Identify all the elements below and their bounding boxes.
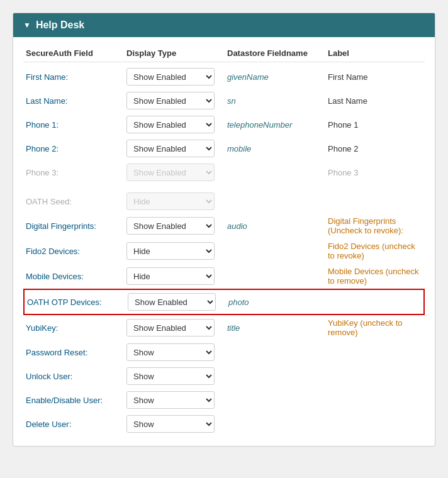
display-select-phone-1[interactable]: Show EnabledShow DisabledHide [126, 116, 215, 133]
datastore-first-name: givenName [227, 72, 328, 82]
table-row-last-name: Last Name:Show EnabledShow DisabledHides… [23, 89, 425, 113]
field-name-oath-otp-devices: OATH OTP Devices: [27, 297, 128, 307]
table-row-phone-1: Phone 1:Show EnabledShow DisabledHidetel… [23, 113, 425, 136]
rows-container: First Name:Show EnabledShow DisabledHide… [23, 65, 425, 436]
display-select-yubikey[interactable]: Show EnabledShow DisabledHide [126, 319, 215, 336]
label-first-name: First Name [328, 72, 422, 82]
label-last-name: Last Name [328, 96, 422, 106]
display-select-digital-fingerprints[interactable]: Show EnabledShow DisabledHide [126, 217, 215, 235]
display-select-phone-2[interactable]: Show EnabledShow DisabledHide [126, 140, 215, 157]
field-name-password-reset: Password Reset: [26, 348, 126, 357]
grid-header: SecureAuth Field Display Type Datastore … [23, 45, 425, 62]
table-row-phone-2: Phone 2:Show EnabledShow DisabledHidemob… [23, 136, 425, 160]
table-row-digital-fingerprints: Digital Fingerprints:Show EnabledShow Di… [23, 213, 425, 238]
panel-body: SecureAuth Field Display Type Datastore … [13, 37, 435, 446]
table-row-unlock-user: Unlock User:ShowHide [23, 364, 425, 388]
field-name-first-name: First Name: [26, 72, 126, 82]
display-select-oath-seed[interactable]: Show EnabledShow DisabledHide [126, 192, 215, 210]
field-name-fido2-devices: Fido2 Devices: [26, 247, 126, 256]
table-row-delete-user: Delete User:ShowHide [23, 412, 425, 436]
display-select-phone-3[interactable]: Show EnabledShow DisabledHide [126, 164, 215, 181]
col-header-display: Display Type [126, 48, 227, 58]
field-name-last-name: Last Name: [26, 96, 126, 106]
display-select-delete-user[interactable]: ShowHide [126, 415, 215, 433]
field-name-phone-1: Phone 1: [26, 120, 126, 130]
help-desk-panel: ▼ Help Desk SecureAuth Field Display Typ… [13, 13, 435, 447]
datastore-phone-2: mobile [227, 144, 328, 153]
display-select-oath-otp-devices[interactable]: Show EnabledShow DisabledHide [128, 293, 216, 311]
col-header-label: Label [328, 48, 422, 58]
display-select-first-name[interactable]: Show EnabledShow DisabledHide [126, 68, 215, 86]
field-name-phone-2: Phone 2: [26, 144, 126, 153]
display-select-last-name[interactable]: Show EnabledShow DisabledHide [126, 92, 215, 109]
label-phone-3: Phone 3 [328, 168, 422, 177]
field-name-yubikey: YubiKey: [26, 323, 126, 333]
datastore-yubikey: title [227, 323, 328, 333]
datastore-last-name: sn [227, 96, 328, 106]
table-row-phone-3: Phone 3:Show EnabledShow DisabledHidePho… [23, 160, 425, 184]
label-fido2-devices: Fido2 Devices (uncheck to revoke) [328, 242, 422, 260]
datastore-phone-1: telephoneNumber [227, 120, 328, 130]
panel-title: Help Desk [36, 19, 84, 31]
col-header-field: SecureAuth Field [26, 48, 126, 58]
display-select-unlock-user[interactable]: ShowHide [126, 367, 215, 385]
field-name-mobile-devices: Mobile Devices: [26, 272, 126, 281]
divider-row [23, 184, 425, 189]
label-yubikey: YubiKey (uncheck to remove) [328, 318, 422, 337]
panel-header: ▼ Help Desk [13, 13, 435, 37]
display-select-enable-disable-user[interactable]: ShowHide [126, 391, 215, 409]
display-select-fido2-devices[interactable]: Show EnabledShow DisabledHide [126, 242, 215, 260]
table-row-fido2-devices: Fido2 Devices:Show EnabledShow DisabledH… [23, 238, 425, 264]
label-digital-fingerprints: Digital Fingerprints (Uncheck to revoke)… [328, 216, 422, 235]
display-select-mobile-devices[interactable]: Show EnabledShow DisabledHide [126, 267, 215, 285]
field-name-unlock-user: Unlock User: [26, 372, 126, 381]
label-phone-2: Phone 2 [328, 144, 422, 153]
chevron-icon: ▼ [23, 21, 31, 30]
table-row-mobile-devices: Mobile Devices:Show EnabledShow Disabled… [23, 264, 425, 289]
field-name-oath-seed: OATH Seed: [26, 197, 126, 206]
table-row-yubikey: YubiKey:Show EnabledShow DisabledHidetit… [23, 315, 425, 340]
label-mobile-devices: Mobile Devices (uncheck to remove) [328, 267, 422, 286]
display-select-password-reset[interactable]: ShowHide [126, 343, 215, 361]
label-phone-1: Phone 1 [328, 120, 422, 130]
datastore-oath-otp-devices: photo [228, 297, 329, 307]
table-row-enable-disable-user: Enable/Disable User:ShowHide [23, 388, 425, 412]
table-row-oath-otp-devices: OATH OTP Devices:Show EnabledShow Disabl… [23, 289, 425, 315]
field-name-delete-user: Delete User: [26, 420, 126, 429]
col-header-datastore: Datastore Fieldname [227, 48, 328, 58]
table-row-password-reset: Password Reset:ShowHide [23, 340, 425, 364]
field-name-enable-disable-user: Enable/Disable User: [26, 396, 126, 405]
datastore-digital-fingerprints: audio [227, 221, 328, 231]
field-name-digital-fingerprints: Digital Fingerprints: [26, 221, 126, 231]
table-row-oath-seed: OATH Seed:Show EnabledShow DisabledHide [23, 189, 425, 213]
table-row-first-name: First Name:Show EnabledShow DisabledHide… [23, 65, 425, 89]
field-name-phone-3: Phone 3: [26, 168, 126, 177]
